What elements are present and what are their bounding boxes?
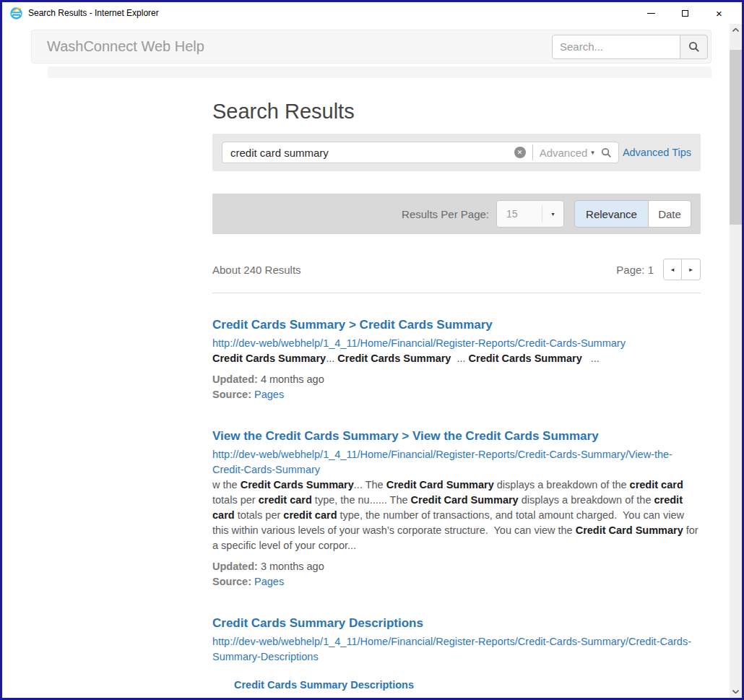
- next-page-button[interactable]: ▸: [682, 259, 701, 280]
- source-label: Source:: [212, 576, 254, 587]
- result-source-row: Source: Pages: [212, 574, 701, 589]
- updated-value: 3 months ago: [261, 561, 324, 572]
- previous-page-button[interactable]: ◂: [663, 259, 682, 280]
- results-divider: [212, 293, 701, 293]
- sort-relevance-button[interactable]: Relevance: [574, 200, 649, 228]
- minimize-button[interactable]: [634, 2, 668, 24]
- results-list: Credit Cards Summary > Credit Cards Summ…: [212, 317, 701, 700]
- chevron-up-icon: [732, 28, 739, 32]
- source-link[interactable]: Pages: [254, 389, 284, 400]
- header-search: [552, 35, 708, 59]
- snippet-highlight: Credit Card Summary: [411, 494, 519, 506]
- snippet-highlight: Credit Cards Summary: [337, 353, 451, 364]
- search-result-item: View the Credit Cards Summary > View the…: [212, 428, 701, 589]
- advanced-tips-link[interactable]: Advanced Tips: [623, 147, 691, 158]
- search-icon: [688, 41, 700, 53]
- header-search-button[interactable]: [680, 35, 708, 59]
- search-icon[interactable]: [601, 147, 612, 158]
- source-label: Source:: [212, 389, 254, 400]
- result-title-link[interactable]: Credit Cards Summary Descriptions: [212, 615, 701, 631]
- pagination: ◂ ▸: [663, 259, 701, 280]
- snippet-text: ...: [326, 353, 337, 364]
- sort-date-button[interactable]: Date: [649, 200, 691, 228]
- snippet-text: displays a breakdown of the: [494, 479, 630, 491]
- page-content: WashConnect Web Help Search Results ✕: [2, 24, 742, 698]
- snippet-highlight: Credit Cards Summary: [212, 353, 326, 364]
- snippet-text: ...: [451, 353, 468, 364]
- scroll-down-button[interactable]: [730, 686, 742, 698]
- snippet-highlight: credit card: [630, 479, 683, 491]
- maximize-icon: [682, 10, 688, 17]
- clear-query-icon[interactable]: ✕: [514, 147, 526, 158]
- per-page-value: 15: [497, 208, 542, 220]
- scroll-up-button[interactable]: [730, 24, 742, 36]
- results-count: About 240 Results: [212, 264, 301, 276]
- maximize-button[interactable]: [668, 2, 702, 24]
- snippet-text: ... The: [354, 479, 386, 491]
- updated-value: 4 months ago: [261, 373, 324, 385]
- result-title-link[interactable]: Credit Cards Summary > Credit Cards Summ…: [212, 317, 701, 332]
- source-link[interactable]: Pages: [254, 576, 284, 587]
- site-brand: WashConnect Web Help: [47, 38, 204, 55]
- main-column: Search Results ✕ Advanced ▾ Advanced Tip…: [212, 100, 701, 700]
- sort-button-group: Relevance Date: [574, 200, 691, 228]
- snippet-highlight: Credit Cards Summary: [241, 479, 354, 491]
- search-query-panel: ✕ Advanced ▾ Advanced Tips: [212, 134, 701, 171]
- search-query-input[interactable]: [230, 143, 514, 162]
- query-divider: [532, 144, 533, 160]
- result-url-link[interactable]: http://dev-web/webhelp/1_4_11/Home/Finan…: [212, 336, 701, 351]
- site-header: WashConnect Web Help: [31, 30, 711, 64]
- chevron-down-icon: [732, 690, 739, 693]
- snippet-highlight: credit card: [283, 509, 337, 521]
- header-search-input[interactable]: [552, 35, 680, 59]
- internet-explorer-icon: [10, 7, 22, 20]
- advanced-dropdown[interactable]: Advanced: [540, 147, 588, 159]
- scrollbar-thumb[interactable]: [730, 50, 742, 225]
- minimize-icon: [647, 13, 655, 14]
- result-title-link[interactable]: View the Credit Cards Summary > View the…: [212, 428, 701, 444]
- snippet-highlight: Credit Cards Summary: [469, 353, 582, 364]
- browser-window: Search Results - Internet Explorer × Was…: [0, 0, 744, 700]
- window-title: Search Results - Internet Explorer: [28, 8, 159, 18]
- results-per-page-select[interactable]: 15 ▾: [496, 200, 564, 228]
- result-updated-row: Updated: 3 months ago: [212, 559, 701, 574]
- result-url-link[interactable]: http://dev-web/webhelp/1_4_11/Home/Finan…: [212, 447, 701, 478]
- close-button[interactable]: ×: [702, 2, 736, 24]
- snippet-text: type, the nu...... The: [312, 494, 411, 506]
- snippet-text: totals per: [235, 509, 284, 521]
- snippet-highlight: credit card: [259, 494, 312, 506]
- title-bar: Search Results - Internet Explorer ×: [2, 2, 742, 24]
- results-meta-row: About 240 Results Page: 1 ◂ ▸: [212, 259, 701, 280]
- result-snippet: w the Credit Cards Summary... The Credit…: [212, 478, 701, 553]
- search-result-item: Credit Cards Summary Descriptions http:/…: [212, 615, 701, 700]
- page-number-label: Page: 1: [616, 264, 654, 276]
- search-query-box: ✕ Advanced ▾: [222, 142, 619, 163]
- snippet-highlight: Credit Card Summary: [386, 479, 494, 491]
- snippet-text: ...: [582, 353, 600, 364]
- result-url-link[interactable]: http://dev-web/webhelp/1_4_11/Home/Finan…: [212, 634, 701, 665]
- snippet-text: displays a breakdown of the: [519, 494, 654, 506]
- search-result-item: Credit Cards Summary > Credit Cards Summ…: [212, 317, 701, 402]
- result-updated-row: Updated: 4 months ago: [212, 372, 701, 387]
- chevron-down-icon[interactable]: ▾: [591, 149, 594, 156]
- results-toolbar: Results Per Page: 15 ▾ Relevance Date: [212, 194, 701, 234]
- close-icon: ×: [716, 8, 722, 19]
- arrow-right-icon: ▸: [689, 266, 693, 273]
- result-snippet: Credit Cards Summary... Credit Cards Sum…: [212, 351, 701, 366]
- result-sub-block: Credit Cards Summary Descriptions Credit…: [234, 678, 701, 700]
- results-per-page-label: Results Per Page:: [402, 208, 489, 220]
- snippet-text: w the: [212, 479, 241, 491]
- result-source-row: Source: Pages: [212, 387, 701, 402]
- result-sub-title-link[interactable]: Credit Cards Summary Descriptions: [234, 678, 701, 693]
- snippet-text: totals per: [212, 494, 259, 506]
- snippet-highlight: Credit Card Summary: [576, 524, 683, 536]
- arrow-left-icon: ◂: [671, 266, 675, 273]
- updated-label: Updated:: [212, 561, 258, 572]
- content-top-strip: [48, 66, 711, 78]
- page-title: Search Results: [212, 100, 701, 124]
- updated-label: Updated:: [212, 373, 258, 385]
- vertical-scrollbar[interactable]: [730, 24, 742, 698]
- chevron-down-icon: ▾: [542, 205, 563, 222]
